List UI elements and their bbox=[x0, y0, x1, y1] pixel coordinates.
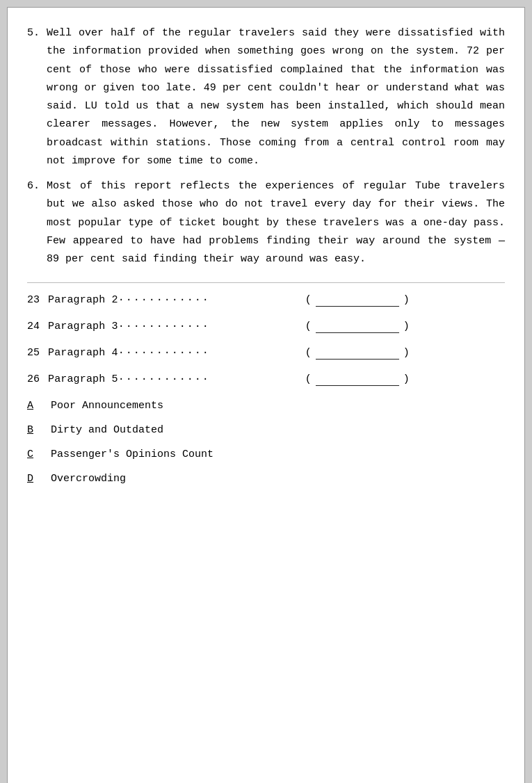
reading-passages: 5. Well over half of the regular travele… bbox=[27, 24, 505, 268]
option-row-A: A Poor Announcements bbox=[27, 400, 505, 412]
option-text-B: Dirty and Outdated bbox=[51, 424, 163, 436]
item-text-6: Most of this report reflects the experie… bbox=[47, 177, 505, 268]
qa-input-wrap-24: ( ) bbox=[305, 321, 410, 333]
option-text-A: Poor Announcements bbox=[51, 400, 163, 412]
page: 5. Well over half of the regular travele… bbox=[7, 7, 525, 783]
option-text-D: Overcrowding bbox=[51, 473, 126, 485]
item-number-6: 6. bbox=[27, 177, 47, 195]
qa-number-23: 23 bbox=[27, 294, 48, 306]
qa-label-23: Paragraph 2············ bbox=[48, 294, 210, 306]
qa-label-26: Paragraph 5············ bbox=[48, 373, 210, 385]
qa-section: 23 Paragraph 2············ ( ) 24 Paragr… bbox=[27, 294, 505, 386]
option-row-C: C Passenger's Opinions Count bbox=[27, 449, 505, 460]
qa-number-24: 24 bbox=[27, 321, 48, 332]
qa-input-wrap-26: ( ) bbox=[305, 373, 410, 386]
qa-input-wrap-23: ( ) bbox=[305, 294, 410, 307]
option-letter-D: D bbox=[27, 473, 51, 485]
qa-row-24: 24 Paragraph 3············ ( ) bbox=[27, 321, 505, 333]
passage-item-5: 5. Well over half of the regular travele… bbox=[27, 24, 505, 170]
qa-label-25: Paragraph 4············ bbox=[48, 347, 210, 359]
qa-input-24[interactable] bbox=[316, 321, 399, 333]
option-text-C: Passenger's Opinions Count bbox=[51, 449, 213, 460]
qa-row-26: 26 Paragraph 5············ ( ) bbox=[27, 373, 505, 386]
item-text-5: Well over half of the regular travelers … bbox=[47, 24, 505, 170]
qa-row-23: 23 Paragraph 2············ ( ) bbox=[27, 294, 505, 307]
option-row-D: D Overcrowding bbox=[27, 473, 505, 485]
option-letter-A: A bbox=[27, 400, 51, 412]
qa-input-wrap-25: ( ) bbox=[305, 347, 410, 360]
qa-number-26: 26 bbox=[27, 373, 48, 385]
qa-label-24: Paragraph 3············ bbox=[48, 321, 210, 332]
section-divider bbox=[27, 282, 505, 283]
option-letter-B: B bbox=[27, 424, 51, 436]
qa-input-26[interactable] bbox=[316, 373, 399, 386]
option-letter-C: C bbox=[27, 449, 51, 460]
options-section: A Poor Announcements B Dirty and Outdate… bbox=[27, 400, 505, 485]
item-number-5: 5. bbox=[27, 24, 47, 42]
qa-input-23[interactable] bbox=[316, 294, 399, 307]
qa-row-25: 25 Paragraph 4············ ( ) bbox=[27, 347, 505, 360]
option-row-B: B Dirty and Outdated bbox=[27, 424, 505, 436]
passage-item-6: 6. Most of this report reflects the expe… bbox=[27, 177, 505, 268]
qa-input-25[interactable] bbox=[316, 347, 399, 360]
qa-number-25: 25 bbox=[27, 347, 48, 359]
